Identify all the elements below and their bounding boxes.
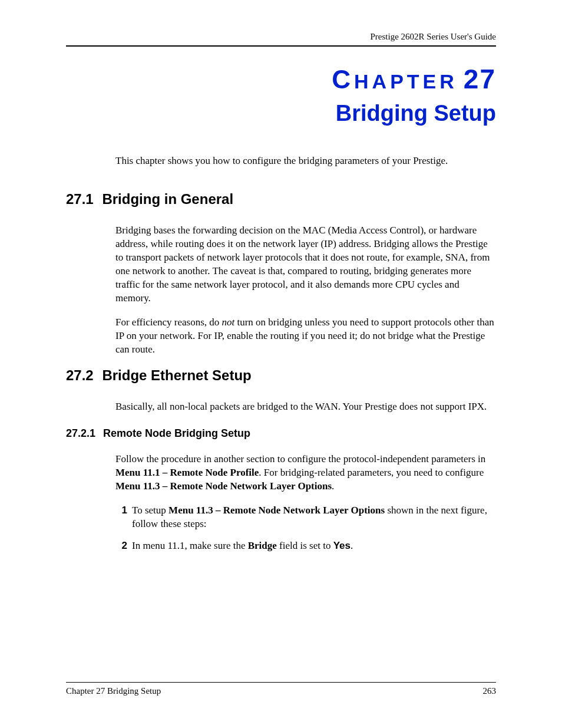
chapter-intro: This chapter shows you how to configure … [115, 154, 496, 167]
section-27-2-heading: 27.2 Bridge Ethernet Setup [66, 367, 496, 384]
menu-ref: Menu 11.1 – Remote Node Profile [115, 467, 259, 478]
section-27-1-heading: 27.1 Bridging in General [66, 191, 496, 207]
text-run: For efficiency reasons, do [115, 317, 222, 328]
section-title: Bridge Ethernet Setup [102, 367, 251, 383]
subsection-number: 27.2.1 [66, 427, 95, 439]
field-name: Bridge [248, 540, 277, 551]
list-item-text: In menu 11.1, make sure the Bridge field… [132, 539, 496, 553]
section-title: Bridging in General [102, 191, 233, 207]
emphasis-not: not [222, 317, 235, 328]
section-27-2-1-body: Follow the procedure in another section … [115, 453, 496, 493]
text-run: . For bridging-related parameters, you n… [259, 467, 484, 478]
subsection-title: Remote Node Bridging Setup [103, 427, 250, 439]
text-run: field is set to [277, 540, 333, 551]
list-item: 2 In menu 11.1, make sure the Bridge fie… [115, 539, 496, 553]
paragraph: Follow the procedure in another section … [115, 453, 496, 493]
list-item-number: 1 [115, 504, 132, 531]
chapter-word-first: C [332, 65, 354, 94]
text-run: In menu 11.1, make sure the [132, 540, 248, 551]
page-footer: Chapter 27 Bridging Setup 263 [66, 682, 496, 696]
paragraph: Bridging bases the forwarding decision o… [115, 224, 496, 305]
footer-page-number: 263 [483, 686, 497, 696]
list-item-number: 2 [115, 539, 132, 553]
paragraph: Basically, all non-local packets are bri… [115, 400, 496, 414]
menu-ref: Menu 11.3 – Remote Node Network Layer Op… [115, 480, 332, 492]
chapter-word-rest: HAPTER [354, 70, 458, 93]
chapter-word: CHAPTER [332, 65, 458, 94]
page-header: Prestige 2602R Series User's Guide [66, 32, 496, 47]
chapter-number: 27 [464, 63, 496, 95]
menu-ref: Menu 11.3 – Remote Node Network Layer Op… [168, 505, 385, 516]
chapter-heading: CHAPTER 27 Bridging Setup [66, 63, 496, 126]
list-item-text: To setup Menu 11.3 – Remote Node Network… [132, 504, 496, 531]
text-run: . [351, 540, 353, 551]
footer-chapter-label: Chapter 27 Bridging Setup [66, 686, 161, 696]
field-value: Yes [333, 540, 351, 551]
text-run: . [332, 480, 334, 492]
text-run: To setup [132, 505, 168, 516]
list-item: 1 To setup Menu 11.3 – Remote Node Netwo… [115, 504, 496, 531]
chapter-label-line: CHAPTER 27 [66, 63, 496, 95]
section-27-1-body: Bridging bases the forwarding decision o… [115, 224, 496, 356]
section-number: 27.2 [66, 367, 94, 383]
text-run: Follow the procedure in another section … [115, 453, 485, 465]
guide-title: Prestige 2602R Series User's Guide [370, 32, 496, 41]
section-27-2-1-heading: 27.2.1 Remote Node Bridging Setup [66, 427, 496, 440]
paragraph: For efficiency reasons, do not turn on b… [115, 316, 496, 357]
section-27-2-body: Basically, all non-local packets are bri… [115, 400, 496, 414]
chapter-title: Bridging Setup [66, 101, 496, 126]
numbered-list: 1 To setup Menu 11.3 – Remote Node Netwo… [115, 504, 496, 553]
section-number: 27.1 [66, 191, 94, 207]
